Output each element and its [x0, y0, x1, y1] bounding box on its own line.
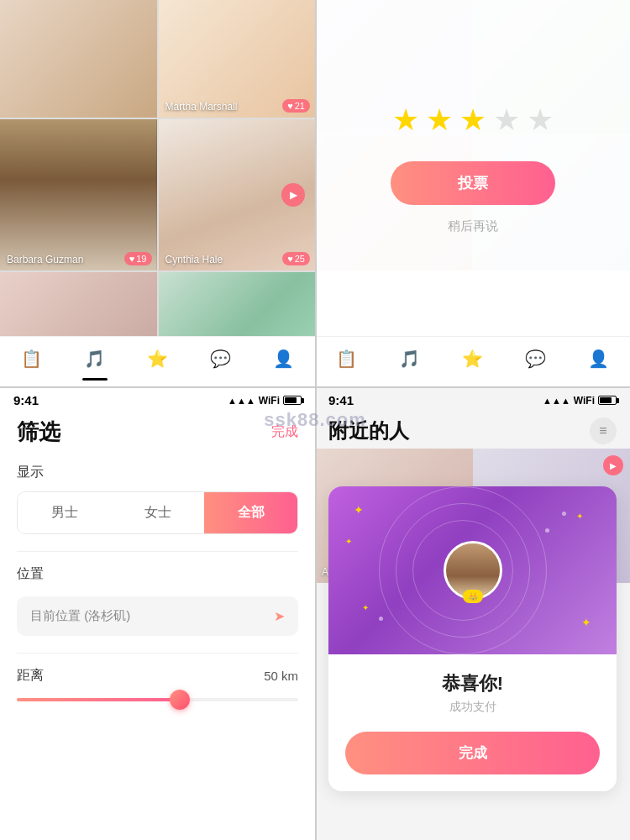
badge-barbara: ♥19	[124, 252, 152, 265]
sparkle-1: ✦	[354, 503, 364, 517]
star-1[interactable]: ★	[392, 102, 419, 138]
distance-section: 距离 50 km	[0, 667, 315, 701]
star-5[interactable]: ★	[527, 102, 554, 138]
location-section: 位置 目前位置 (洛杉矶) ➤	[0, 565, 315, 653]
play-overlay-nearby[interactable]: ▶	[603, 455, 623, 475]
nav-icon-chat[interactable]: 💬	[211, 349, 231, 369]
screen-rating: ★ ★ ★ ★ ★ 投票 稍后再说 Mina Howell ♥19 Cornel…	[315, 0, 630, 386]
status-time-left: 9:41	[13, 393, 39, 407]
crown-badge: 👑	[463, 590, 483, 603]
badge-cynthia: ♥25	[282, 252, 310, 265]
vote-button[interactable]: 投票	[391, 161, 555, 205]
nav-active-indicator	[82, 378, 108, 381]
gender-male-button[interactable]: 男士	[18, 492, 111, 533]
photo-cell-cynthia[interactable]: ▶ Cynthia Hale ♥25	[159, 119, 316, 270]
slider-thumb[interactable]	[170, 690, 190, 710]
nav-icon-music[interactable]: 🎵	[85, 349, 105, 369]
nearby-filter-button[interactable]: ≡	[590, 417, 617, 444]
divider-2	[17, 653, 298, 654]
distance-value: 50 km	[264, 669, 298, 683]
status-icons-left: ▲▲▲ WiFi	[228, 395, 302, 407]
status-bar-right: 9:41 ▲▲▲ WiFi	[315, 386, 630, 411]
nav-rt-icon-chat[interactable]: 💬	[526, 349, 546, 369]
dot-1	[562, 512, 566, 516]
screen-nearby: 9:41 ▲▲▲ WiFi 附近的人 ≡ 所有人 最热门 最新 最近 Aug..…	[315, 386, 630, 840]
location-label: 位置	[17, 565, 298, 590]
photo-cell-barbara[interactable]: Barbara Guzman ♥19	[0, 119, 157, 270]
nav-rt-icon-notes[interactable]: 📋	[337, 349, 357, 369]
nearby-title: 附近的人	[328, 417, 409, 444]
nav-rt-icon-profile[interactable]: 👤	[589, 349, 609, 369]
sparkle-5: ✦	[362, 603, 369, 612]
status-time-right: 9:41	[328, 393, 354, 407]
battery-icon-right	[598, 396, 617, 405]
person-name-martha: Martha Marshall	[165, 101, 238, 113]
dot-3	[379, 617, 383, 621]
nav-bar-left: 📋 🎵 ⭐ 💬 👤	[0, 336, 315, 386]
filter-done-button[interactable]: 完成	[271, 423, 298, 441]
photo-cell-top-left[interactable]	[0, 0, 157, 118]
photo-cell-martha[interactable]: Martha Marshall ♥21	[159, 0, 316, 118]
location-arrow-icon: ➤	[274, 608, 285, 624]
nav-icon-star[interactable]: ⭐	[148, 349, 168, 369]
star-4[interactable]: ★	[493, 102, 520, 138]
success-payment-card: ✦ ✦ ✦ ✦ ✦ 👑 恭喜你! 成功支付	[328, 486, 617, 791]
distance-label: 距离	[17, 667, 44, 685]
filter-title: 筛选	[17, 417, 60, 447]
battery-icon	[283, 396, 302, 405]
filter-header: 筛选 完成	[0, 411, 315, 457]
distance-slider[interactable]	[17, 698, 298, 701]
user-avatar-container: 👑	[444, 541, 502, 600]
photo-grid: Martha Marshall ♥21 Barbara Guzman ♥19 ▶…	[0, 0, 315, 356]
status-icons-right: ▲▲▲ WiFi	[543, 395, 617, 407]
success-card-bottom: 恭喜你! 成功支付 完成	[328, 654, 617, 791]
divider-1	[17, 551, 298, 552]
gender-female-button[interactable]: 女士	[111, 492, 204, 533]
star-3[interactable]: ★	[459, 102, 486, 138]
success-card-top: ✦ ✦ ✦ ✦ ✦ 👑	[328, 486, 617, 654]
vertical-divider	[315, 0, 317, 840]
later-text[interactable]: 稍后再说	[448, 218, 498, 234]
location-input-box[interactable]: 目前位置 (洛杉矶) ➤	[17, 596, 298, 636]
distance-header: 距离 50 km	[17, 667, 298, 685]
sparkle-3: ✦	[576, 512, 583, 521]
nav-rt-icon-star[interactable]: ⭐	[463, 349, 483, 369]
sparkle-4: ✦	[581, 616, 591, 629]
sparkle-2: ✦	[345, 537, 352, 546]
status-bar-left: 9:41 ▲▲▲ WiFi	[0, 386, 315, 411]
success-title: 恭喜你!	[345, 671, 600, 696]
nav-icon-notes[interactable]: 📋	[22, 349, 42, 369]
success-subtitle: 成功支付	[345, 700, 600, 715]
person-name-barbara: Barbara Guzman	[7, 254, 83, 265]
badge-martha: ♥21	[282, 99, 310, 113]
screen-photo-grid: Martha Marshall ♥21 Barbara Guzman ♥19 ▶…	[0, 0, 315, 386]
wifi-icon: WiFi	[259, 395, 280, 407]
nav-bar-right-top: 📋 🎵 ⭐ 💬 👤	[315, 336, 630, 386]
gender-buttons: 男士 女士 全部	[17, 491, 298, 534]
play-button[interactable]: ▶	[281, 183, 305, 207]
nav-rt-icon-music[interactable]: 🎵	[400, 349, 420, 369]
star-rating[interactable]: ★ ★ ★ ★ ★	[392, 102, 554, 138]
rating-overlay: ★ ★ ★ ★ ★ 投票 稍后再说	[315, 0, 630, 336]
show-label: 显示	[0, 457, 315, 491]
screen-filter: 9:41 ▲▲▲ WiFi 筛选 完成 显示 男士 女士 全部 位置	[0, 386, 315, 840]
location-text: 目前位置 (洛杉矶)	[30, 608, 274, 624]
person-name-cynthia: Cynthia Hale	[165, 254, 223, 265]
star-2[interactable]: ★	[426, 102, 453, 138]
nav-icon-profile[interactable]: 👤	[274, 349, 294, 369]
signal-icon: ▲▲▲	[228, 396, 255, 406]
complete-button[interactable]: 完成	[345, 732, 600, 774]
slider-fill	[17, 698, 180, 701]
signal-icon-right: ▲▲▲	[543, 396, 570, 406]
wifi-icon-right: WiFi	[574, 395, 595, 407]
gender-all-button[interactable]: 全部	[204, 492, 297, 533]
dot-2	[545, 528, 549, 533]
